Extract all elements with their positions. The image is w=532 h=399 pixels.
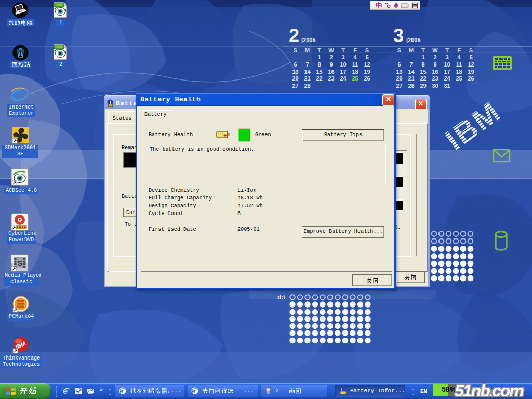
svg-text:e: e — [63, 387, 68, 395]
svg-text:S: S — [18, 259, 23, 268]
